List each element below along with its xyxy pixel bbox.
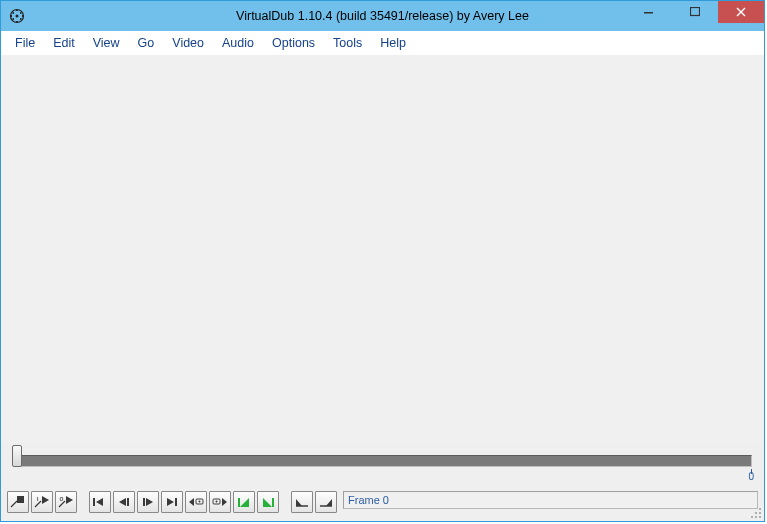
svg-point-2 xyxy=(12,12,14,14)
menu-view[interactable]: View xyxy=(85,35,128,52)
step-forward-icon xyxy=(140,495,156,509)
video-pane xyxy=(1,55,764,443)
svg-point-26 xyxy=(759,516,761,518)
menu-tools[interactable]: Tools xyxy=(325,35,370,52)
maximize-icon xyxy=(690,7,700,17)
next-scene-button[interactable] xyxy=(257,491,279,513)
svg-text:O: O xyxy=(60,496,64,502)
menubar: File Edit View Go Video Audio Options To… xyxy=(1,31,764,55)
step-back-button[interactable] xyxy=(113,491,135,513)
menu-help[interactable]: Help xyxy=(372,35,414,52)
svg-rect-20 xyxy=(272,498,274,507)
play-output-button[interactable]: O xyxy=(55,491,77,513)
mark-in-button[interactable] xyxy=(291,491,313,513)
go-start-button[interactable] xyxy=(89,491,111,513)
svg-point-21 xyxy=(759,508,761,510)
close-icon xyxy=(736,7,746,17)
play-output-icon: O xyxy=(58,495,74,509)
play-input-button[interactable]: I xyxy=(31,491,53,513)
close-button[interactable] xyxy=(718,1,764,23)
prev-keyframe-icon xyxy=(187,495,205,509)
resize-grip[interactable] xyxy=(748,505,762,519)
next-keyframe-button[interactable] xyxy=(209,491,231,513)
go-end-icon xyxy=(164,495,180,509)
go-start-icon xyxy=(92,495,108,509)
menu-file[interactable]: File xyxy=(7,35,43,52)
mark-out-button[interactable] xyxy=(315,491,337,513)
timeline-thumb[interactable] xyxy=(12,445,22,467)
transport-toolbar: I O xyxy=(1,485,764,521)
svg-point-18 xyxy=(216,501,218,503)
timeline-track[interactable] xyxy=(19,455,752,467)
minimize-icon xyxy=(644,7,654,17)
mark-in-icon xyxy=(294,495,310,509)
svg-rect-8 xyxy=(17,496,24,503)
menu-options[interactable]: Options xyxy=(264,35,323,52)
window-controls xyxy=(626,1,764,31)
svg-rect-6 xyxy=(644,12,653,14)
step-back-icon xyxy=(116,495,132,509)
prev-scene-icon xyxy=(236,495,252,509)
maximize-button[interactable] xyxy=(672,1,718,23)
menu-audio[interactable]: Audio xyxy=(214,35,262,52)
status-frame-text: Frame 0 xyxy=(348,494,389,506)
svg-point-5 xyxy=(20,18,22,20)
svg-point-3 xyxy=(20,12,22,14)
stop-icon xyxy=(10,495,26,509)
svg-text:I: I xyxy=(37,496,39,502)
svg-point-16 xyxy=(199,501,201,503)
menu-edit[interactable]: Edit xyxy=(45,35,83,52)
svg-point-25 xyxy=(755,516,757,518)
mark-out-icon xyxy=(318,495,334,509)
svg-rect-13 xyxy=(143,498,145,506)
play-input-icon: I xyxy=(34,495,50,509)
minimize-button[interactable] xyxy=(626,1,672,23)
app-icon xyxy=(9,8,25,24)
next-scene-icon xyxy=(260,495,276,509)
svg-rect-14 xyxy=(175,498,177,506)
svg-point-22 xyxy=(755,512,757,514)
go-end-button[interactable] xyxy=(161,491,183,513)
step-forward-button[interactable] xyxy=(137,491,159,513)
resize-grip-icon xyxy=(748,505,762,519)
timeline-ticks xyxy=(19,469,752,477)
svg-rect-19 xyxy=(238,498,240,507)
timeline-slider[interactable]: 0 xyxy=(1,443,764,477)
prev-scene-button[interactable] xyxy=(233,491,255,513)
svg-point-4 xyxy=(12,18,14,20)
prev-keyframe-button[interactable] xyxy=(185,491,207,513)
titlebar[interactable]: VirtualDub 1.10.4 (build 35491/release) … xyxy=(1,1,764,31)
svg-point-23 xyxy=(759,512,761,514)
status-frame-field: Frame 0 xyxy=(343,491,758,509)
stop-button[interactable] xyxy=(7,491,29,513)
next-keyframe-icon xyxy=(211,495,229,509)
menu-video[interactable]: Video xyxy=(164,35,212,52)
svg-point-1 xyxy=(16,15,19,18)
svg-rect-7 xyxy=(691,8,700,16)
application-window: VirtualDub 1.10.4 (build 35491/release) … xyxy=(0,0,765,522)
svg-rect-12 xyxy=(127,498,129,506)
svg-point-24 xyxy=(751,516,753,518)
menu-go[interactable]: Go xyxy=(130,35,163,52)
timeline-end-label: 0 xyxy=(748,471,754,482)
svg-rect-11 xyxy=(93,498,95,506)
